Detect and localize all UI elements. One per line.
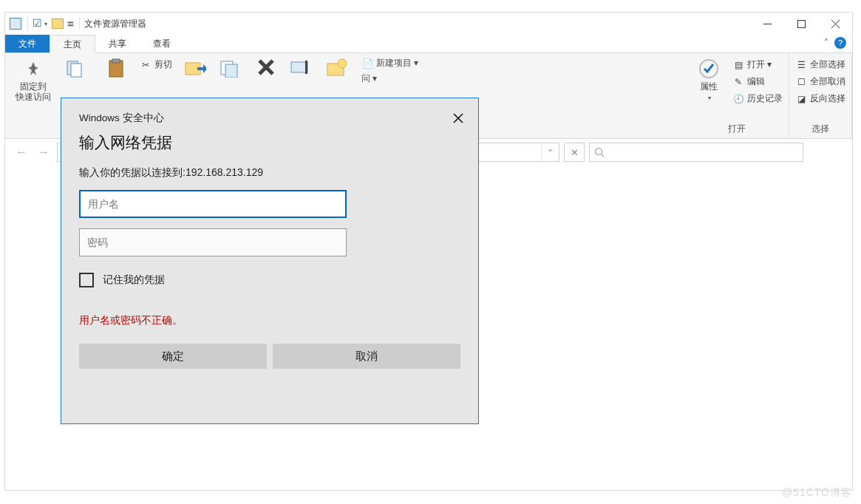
cut-button[interactable]: ✂ 剪切: [140, 58, 172, 72]
qat-dropdown-icon[interactable]: ▾: [44, 21, 47, 27]
select-none-label: 全部取消: [810, 75, 845, 88]
tab-home[interactable]: 主页: [50, 35, 95, 53]
properties-button[interactable]: 属性 ▾: [691, 56, 726, 103]
ribbon-tabs: 文件 主页 共享 查看 ˄ ?: [5, 35, 852, 53]
rename-icon[interactable]: [290, 56, 313, 78]
dialog-heading: 输入网络凭据: [61, 128, 478, 160]
copy-icon: [64, 58, 86, 80]
pin-label: 固定到 快速访问: [16, 81, 51, 102]
address-dropdown-icon[interactable]: ˅: [541, 143, 559, 161]
close-icon: [453, 113, 463, 123]
svg-rect-13: [291, 62, 307, 72]
qat-overflow-icon[interactable]: 〓: [67, 18, 75, 30]
checkmark-icon: [698, 58, 720, 80]
edit-label: 编辑: [747, 75, 765, 88]
error-message: 用户名或密码不正确。: [79, 314, 478, 327]
new-item-button[interactable]: 📄 新建项目 ▾: [361, 56, 418, 70]
folder-icon: [52, 18, 64, 29]
tab-view[interactable]: 查看: [140, 35, 184, 52]
history-icon: 🕘: [732, 93, 744, 105]
back-button[interactable]: ←: [13, 143, 30, 161]
select-all-label: 全部选择: [810, 58, 845, 71]
explorer-window: ☑ ▾ 〓 文件资源管理器 文件 主页 共享 查看 ˄ ? 固定到 快速访问: [4, 12, 853, 491]
new-item-label: 新建项目 ▾: [376, 57, 418, 69]
svg-point-16: [338, 59, 347, 68]
credentials-dialog: Windows 安全中心 输入网络凭据 输入你的凭据以连接到:192.168.2…: [61, 98, 479, 424]
qat-properties-icon[interactable]: ☑: [31, 18, 43, 30]
history-button[interactable]: 🕘历史记录: [732, 92, 783, 106]
minimize-button[interactable]: [750, 13, 784, 35]
open-group-label: 打开: [691, 123, 783, 137]
svg-rect-5: [71, 64, 81, 77]
stop-refresh-button[interactable]: ✕: [564, 143, 585, 162]
svg-point-18: [596, 149, 602, 155]
invert-icon: ◪: [795, 93, 807, 105]
invert-label: 反向选择: [810, 92, 845, 105]
easy-access-partial: 问 ▾: [361, 72, 377, 85]
copy-to-icon[interactable]: [219, 56, 242, 78]
close-button[interactable]: [818, 13, 852, 35]
cancel-button[interactable]: 取消: [273, 344, 460, 369]
open-icon: ▤: [732, 59, 744, 71]
select-all-button[interactable]: ☰全部选择: [795, 58, 845, 72]
cut-label: 剪切: [154, 58, 172, 71]
clipboard-icon: [105, 58, 127, 80]
move-to-icon[interactable]: [184, 56, 206, 78]
new-folder-icon[interactable]: [326, 56, 348, 78]
easy-access-button[interactable]: 问 ▾: [361, 72, 418, 86]
open-label: 打开 ▾: [747, 58, 772, 71]
ok-button[interactable]: 确定: [79, 344, 267, 369]
copy-button[interactable]: [57, 56, 92, 80]
open-button[interactable]: ▤打开 ▾: [732, 58, 783, 72]
window-title: 文件资源管理器: [84, 18, 146, 30]
chevron-down-icon: ▾: [708, 93, 711, 103]
qat-separator: [27, 17, 28, 30]
collapse-ribbon-icon[interactable]: ˄: [824, 38, 828, 48]
select-group-label: 选择: [795, 123, 845, 137]
scissors-icon: ✂: [140, 59, 152, 71]
dialog-subtext: 输入你的凭据以连接到:192.168.213.129: [61, 160, 478, 190]
invert-selection-button[interactable]: ◪反向选择: [795, 92, 845, 106]
svg-rect-14: [305, 61, 307, 74]
checkbox-icon: [79, 273, 94, 287]
username-field[interactable]: [79, 190, 347, 218]
new-item-icon: 📄: [361, 58, 373, 69]
select-all-icon: ☰: [795, 59, 807, 71]
tab-file[interactable]: 文件: [5, 35, 50, 52]
password-field[interactable]: [79, 228, 347, 256]
select-none-button[interactable]: ☐全部取消: [795, 75, 845, 89]
svg-rect-7: [112, 59, 120, 63]
search-icon: [594, 147, 605, 157]
window-controls: [750, 13, 852, 35]
svg-line-19: [602, 154, 605, 157]
dialog-close-button[interactable]: [450, 110, 466, 126]
edit-button[interactable]: ✎编辑: [732, 75, 783, 89]
history-label: 历史记录: [747, 92, 783, 105]
paste-button[interactable]: [98, 56, 134, 80]
properties-label: 属性: [700, 81, 718, 92]
maximize-button[interactable]: [784, 13, 818, 35]
search-box[interactable]: [589, 143, 803, 162]
app-icon: [10, 18, 21, 30]
remember-checkbox[interactable]: 记住我的凭据: [79, 273, 478, 287]
title-separator: [79, 18, 80, 30]
dialog-title: Windows 安全中心: [61, 98, 478, 128]
remember-label: 记住我的凭据: [103, 273, 165, 287]
watermark: @51CTO博客: [782, 486, 852, 500]
edit-icon: ✎: [732, 76, 744, 88]
forward-button[interactable]: →: [35, 143, 52, 161]
svg-rect-10: [225, 64, 237, 78]
pin-icon: [22, 58, 44, 80]
help-icon[interactable]: ?: [834, 37, 846, 49]
select-none-icon: ☐: [795, 76, 807, 88]
svg-rect-1: [797, 20, 805, 27]
pin-quick-access-button[interactable]: 固定到 快速访问: [16, 56, 51, 102]
tab-share[interactable]: 共享: [95, 35, 140, 52]
title-bar: ☑ ▾ 〓 文件资源管理器: [5, 13, 852, 35]
delete-icon[interactable]: [255, 56, 277, 78]
